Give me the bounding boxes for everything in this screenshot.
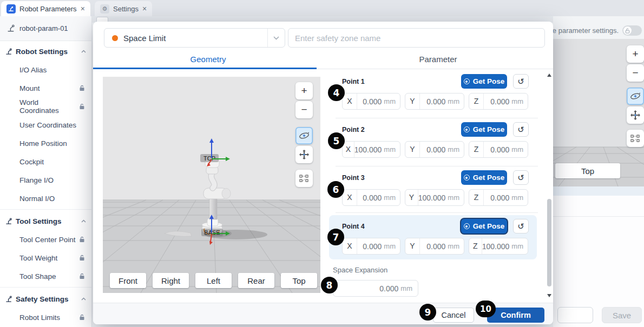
close-icon[interactable]: × bbox=[142, 5, 147, 12]
measure-mode-button[interactable] bbox=[627, 130, 644, 147]
sidebar-item-tool-weight[interactable]: Tool Weight bbox=[0, 249, 91, 267]
divider bbox=[553, 216, 644, 217]
reset-button-point-1[interactable]: ↺ bbox=[513, 74, 529, 89]
pan-icon bbox=[299, 149, 310, 160]
point-4-section: Point 4 Get Pose ↺ X0.000mm Y0.000mm Z10… bbox=[342, 219, 529, 262]
point-2-y-field[interactable]: Y0.000mm bbox=[405, 141, 464, 158]
zoom-in-button[interactable]: + bbox=[627, 45, 644, 63]
sidebar-item-normal-io[interactable]: Normal I/O bbox=[0, 189, 91, 208]
annotation-step-4: 4 bbox=[328, 84, 345, 101]
point-label: Point 4 bbox=[342, 223, 365, 230]
view-right-button[interactable]: Right bbox=[153, 273, 189, 288]
sidebar-item-cockpit[interactable]: Cockpit bbox=[0, 152, 91, 171]
point-1-z-field[interactable]: Z0.000mm bbox=[469, 93, 528, 110]
sidebar-section-robot-settings: Robot Settings I/O Alias Mount World Coo… bbox=[0, 41, 91, 208]
sidebar-item-mount[interactable]: Mount bbox=[0, 79, 91, 97]
get-pose-button-point-2[interactable]: Get Pose bbox=[461, 122, 507, 137]
tab-parameter[interactable]: Parameter bbox=[323, 50, 553, 69]
point-2-x-field[interactable]: X100.000mm bbox=[342, 141, 400, 158]
get-pose-button-point-4[interactable]: Get Pose bbox=[461, 219, 507, 233]
view-top-button[interactable]: Top bbox=[281, 273, 317, 288]
modal-3d-viewport[interactable]: TCP BASE + − bbox=[103, 77, 320, 293]
robot-scene: TCP BASE bbox=[103, 77, 320, 293]
sidebar: robot-param-01 Robot Settings I/O Alias … bbox=[0, 16, 92, 327]
annotation-step-9: 9 bbox=[419, 304, 436, 321]
sidebar-item-robot-limits[interactable]: Robot Limits bbox=[0, 308, 91, 326]
view-front-button[interactable]: Front bbox=[110, 273, 146, 288]
view-preset-buttons: Front Right Left Rear Top bbox=[110, 273, 317, 288]
zone-type-select[interactable]: Space Limit bbox=[104, 28, 285, 48]
scroll-down-arrow[interactable] bbox=[547, 294, 551, 297]
point-3-x-field[interactable]: X0.000mm bbox=[342, 189, 400, 206]
view-left-button[interactable]: Left bbox=[195, 273, 232, 288]
lock-icon bbox=[79, 255, 85, 261]
tab-robot-parameters[interactable]: Robot Parameters × bbox=[1, 1, 90, 16]
sidebar-item-flange-io[interactable]: Flange I/O bbox=[0, 171, 91, 189]
sidebar-item-tool-center-point[interactable]: Tool Center Point bbox=[0, 230, 91, 249]
robot-app-icon bbox=[6, 4, 16, 14]
chevron-up-icon bbox=[81, 50, 86, 53]
active-tab-underline bbox=[93, 68, 317, 69]
view-rear-button[interactable]: Rear bbox=[238, 273, 274, 288]
zoom-out-button[interactable]: − bbox=[627, 64, 644, 82]
point-1-section: Point 1 Get Pose ↺ X0.000mm Y0.000mm Z0.… bbox=[342, 74, 529, 117]
measure-mode-button[interactable] bbox=[295, 170, 313, 187]
orbit-mode-button[interactable] bbox=[295, 127, 313, 144]
background-view-top-button[interactable]: Top bbox=[555, 163, 620, 178]
safety-zone-name-input[interactable] bbox=[288, 28, 545, 48]
get-pose-button-point-3[interactable]: Get Pose bbox=[461, 170, 507, 185]
lock-toggle[interactable] bbox=[622, 25, 642, 36]
point-1-x-field[interactable]: X0.000mm bbox=[342, 93, 400, 110]
robot-arm-icon bbox=[5, 296, 12, 303]
reset-icon: ↺ bbox=[517, 222, 524, 231]
tab-settings[interactable]: ⚙ Settings × bbox=[95, 1, 152, 16]
zoom-out-button[interactable]: − bbox=[295, 101, 313, 118]
section-header-tool-settings[interactable]: Tool Settings bbox=[0, 212, 91, 230]
tab-label: Robot Parameters bbox=[19, 5, 77, 13]
reset-button-point-3[interactable]: ↺ bbox=[513, 170, 529, 185]
point-4-z-field[interactable]: Z100.000mm bbox=[469, 238, 528, 255]
annotation-step-8: 8 bbox=[321, 277, 338, 293]
section-header-safety-settings[interactable]: Safety Settings bbox=[0, 290, 91, 308]
sidebar-project-row[interactable]: robot-param-01 bbox=[0, 16, 91, 41]
scroll-up-arrow[interactable] bbox=[547, 74, 551, 77]
lock-icon bbox=[79, 273, 85, 279]
modal-scrollbar[interactable] bbox=[546, 69, 553, 303]
space-expansion-label: Space Expansion bbox=[333, 266, 387, 274]
point-3-z-field[interactable]: Z0.000mm bbox=[469, 189, 528, 206]
background-highlight-row bbox=[553, 186, 644, 196]
point-3-y-field[interactable]: Y100.000mm bbox=[405, 189, 464, 206]
point-2-z-field[interactable]: Z0.000mm bbox=[469, 141, 528, 158]
sidebar-item-io-alias[interactable]: I/O Alias bbox=[0, 61, 91, 79]
point-4-x-field[interactable]: X0.000mm bbox=[342, 238, 400, 255]
reset-button-point-4[interactable]: ↺ bbox=[513, 219, 529, 233]
robot-arm-icon bbox=[7, 24, 15, 32]
annotation-step-10: 10 bbox=[476, 301, 496, 317]
cancel-button[interactable]: Cancel bbox=[433, 308, 474, 323]
close-icon[interactable]: × bbox=[81, 5, 85, 12]
dialog-tabs: Geometry Parameter bbox=[93, 50, 553, 69]
zoom-in-button[interactable]: + bbox=[295, 82, 313, 99]
chevron-up-icon bbox=[81, 219, 86, 223]
save-button[interactable]: Save bbox=[602, 307, 642, 323]
orbit-mode-button[interactable] bbox=[627, 88, 644, 105]
sidebar-item-world-coordinates[interactable]: World Coordinates bbox=[0, 97, 91, 116]
point-1-y-field[interactable]: Y0.000mm bbox=[405, 93, 464, 110]
sidebar-item-home-position[interactable]: Home Position bbox=[0, 134, 91, 152]
window-tab-bar: Robot Parameters × ⚙ Settings × bbox=[0, 0, 644, 16]
reset-button-point-2[interactable]: ↺ bbox=[513, 122, 529, 137]
scrollbar-thumb[interactable] bbox=[547, 199, 551, 286]
chevron-down-icon bbox=[273, 36, 279, 40]
sidebar-item-tool-shape[interactable]: Tool Shape bbox=[0, 267, 91, 285]
point-4-y-field[interactable]: Y0.000mm bbox=[405, 238, 464, 255]
robot-arm-icon bbox=[5, 218, 12, 225]
pan-mode-button[interactable] bbox=[295, 146, 313, 163]
space-expansion-field[interactable]: 0.000 mm bbox=[333, 280, 418, 297]
sidebar-item-user-coordinates[interactable]: User Coordinates bbox=[0, 116, 91, 134]
tab-geometry[interactable]: Geometry bbox=[93, 50, 323, 69]
get-pose-button-point-1[interactable]: Get Pose bbox=[461, 74, 507, 89]
orbit-icon bbox=[298, 130, 310, 142]
pan-mode-button[interactable] bbox=[627, 106, 644, 124]
section-header-robot-settings[interactable]: Robot Settings bbox=[0, 42, 91, 61]
background-secondary-button[interactable] bbox=[557, 307, 593, 323]
